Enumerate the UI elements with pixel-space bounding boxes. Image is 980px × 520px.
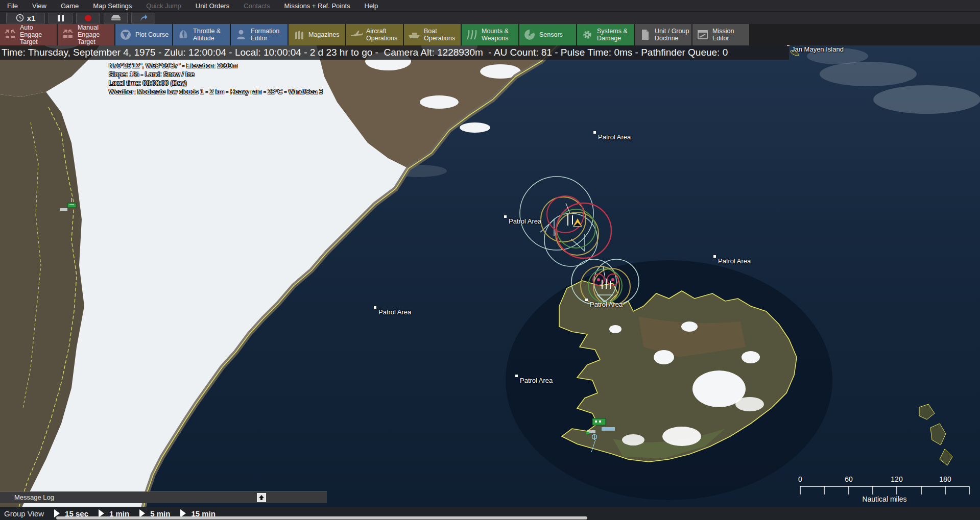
message-log-expand-button[interactable] — [257, 493, 266, 502]
manual-engage-icon — [61, 28, 75, 41]
message-log-title: Message Log — [14, 493, 54, 501]
map-label-patrol-area-1[interactable]: Patrol Area — [598, 133, 631, 141]
menu-file[interactable]: File — [0, 0, 25, 12]
record-button[interactable] — [76, 13, 100, 23]
aircraft-operations-button[interactable]: AircraftOperations — [346, 24, 403, 45]
message-log-bar: Message Log — [0, 491, 327, 503]
map-scale-bar: 0 60 120 180 Nautical miles — [795, 475, 974, 506]
pause-icon — [58, 15, 64, 21]
speed-label: x1 — [27, 14, 36, 22]
cursor-terrain-info: N70°26'12", W53°09'37" - Elevation: 2099… — [109, 61, 323, 96]
menu-missions-ref-points[interactable]: Missions + Ref. Points — [277, 0, 357, 12]
button-label: Auto Engage — [20, 24, 57, 38]
clock-icon — [16, 14, 24, 22]
button-label: Mission — [712, 28, 734, 35]
pause-button[interactable] — [49, 13, 73, 23]
scale-tick-label-0: 0 — [798, 475, 802, 483]
cursor-local-time: Local time: 08:00:00 (Day) — [109, 79, 323, 87]
ribbon-toolbar: Auto EngageTarget ManualEngage Target Pl… — [0, 24, 980, 45]
scale-unit-label: Nautical miles — [862, 495, 906, 503]
menu-help[interactable]: Help — [357, 0, 386, 12]
systems-damage-button[interactable]: Systems &Damage — [577, 24, 634, 45]
menu-contacts: Contacts — [236, 0, 277, 12]
button-label: Sensors — [539, 31, 563, 38]
button-label: Formation — [251, 28, 279, 35]
menu-map-settings[interactable]: Map Settings — [86, 0, 139, 12]
button-label: Weapons — [482, 35, 509, 42]
button-label: Systems & — [597, 28, 628, 35]
cursor-coordinates: N70°26'12", W53°09'37" - Elevation: 2099… — [109, 61, 323, 70]
screenshot-icon — [111, 14, 121, 21]
button-label: Magazines — [308, 31, 339, 38]
auto-engage-target-button[interactable]: Auto EngageTarget — [0, 24, 57, 45]
button-label: Mounts & — [482, 28, 509, 35]
map-label-patrol-area-6[interactable]: Patrol Area — [520, 377, 553, 384]
menu-quick-jump: Quick Jump — [139, 0, 188, 12]
map-label-patrol-area-3[interactable]: Patrol Area — [718, 257, 751, 265]
record-icon — [85, 15, 91, 21]
time-status-bar: Time: Thursday, September 4, 1975 - Zulu… — [0, 45, 789, 60]
group-view-toggle[interactable]: Group View — [4, 509, 44, 518]
scale-tick-label-60: 60 — [845, 475, 853, 483]
button-label: Aircraft — [366, 28, 397, 35]
systems-damage-icon — [581, 28, 594, 41]
screenshot-button[interactable] — [104, 13, 128, 23]
button-label: Engage Target — [78, 31, 114, 45]
map-label-patrol-area-5[interactable]: Patrol Area — [378, 308, 411, 316]
mission-editor-button[interactable]: MissionEditor — [692, 24, 749, 45]
button-label: Doctrine — [655, 35, 689, 42]
scale-tick-label-180: 180 — [939, 475, 951, 483]
button-label: Unit / Group — [655, 28, 689, 35]
plot-course-icon — [119, 28, 132, 41]
menu-game[interactable]: Game — [54, 0, 86, 12]
cursor-weather: Weather: Moderate low clouds 1 - 2 km - … — [109, 87, 323, 96]
boat-operations-button[interactable]: BoatOperations — [404, 24, 461, 45]
throttle-altitude-icon — [177, 28, 190, 41]
mounts-weapons-icon — [465, 28, 479, 41]
map-label-patrol-area-2[interactable]: Patrol Area — [509, 217, 541, 225]
button-label: Operations — [424, 35, 455, 42]
button-label: Plot Course — [135, 31, 169, 38]
game-window: Jan Mayen Island Patrol Area Patrol Area… — [0, 0, 980, 520]
sensors-icon — [523, 28, 536, 41]
cursor-slope-land: Slope: 1% - Land: Snow / Ice — [109, 70, 323, 79]
sensors-button[interactable]: Sensors — [519, 24, 576, 45]
manual-engage-target-button[interactable]: ManualEngage Target — [58, 24, 114, 45]
map-label-jan-mayen[interactable]: Jan Mayen Island — [792, 45, 844, 53]
time-toolbar: x1 — [0, 12, 980, 24]
mission-editor-icon — [696, 28, 709, 41]
button-label: Target — [20, 38, 57, 45]
plot-course-button[interactable]: Plot Course — [115, 24, 172, 45]
menu-unit-orders[interactable]: Unit Orders — [188, 0, 236, 12]
aircraft-operations-icon — [350, 28, 363, 41]
jump-arrow-icon — [139, 14, 148, 22]
horizontal-scrollbar[interactable] — [56, 516, 587, 519]
button-label: Altitude — [193, 35, 221, 42]
time-compression-button[interactable]: x1 — [6, 13, 45, 23]
formation-editor-button[interactable]: FormationEditor — [231, 24, 288, 45]
throttle-altitude-button[interactable]: Throttle &Altitude — [173, 24, 230, 45]
button-label: Operations — [366, 35, 397, 42]
menu-bar: File View Game Map Settings Quick Jump U… — [0, 0, 980, 12]
expand-up-icon — [258, 494, 265, 501]
map-label-patrol-area-4[interactable]: Patrol Area — [590, 301, 623, 308]
menu-view[interactable]: View — [25, 0, 54, 12]
formation-editor-icon — [234, 28, 248, 41]
auto-engage-icon — [4, 28, 17, 41]
scale-tick-label-120: 120 — [891, 475, 902, 483]
button-label: Editor — [251, 35, 279, 42]
magazines-button[interactable]: Magazines — [289, 24, 345, 45]
unit-doctrine-icon — [638, 28, 652, 41]
unit-group-doctrine-button[interactable]: Unit / GroupDoctrine — [635, 24, 691, 45]
button-label: Boat — [424, 28, 455, 35]
button-label: Manual — [78, 24, 114, 31]
magazines-icon — [292, 28, 305, 41]
boat-operations-icon — [408, 28, 421, 41]
jump-to-button[interactable] — [131, 13, 155, 23]
mounts-weapons-button[interactable]: Mounts &Weapons — [462, 24, 518, 45]
button-label: Damage — [597, 35, 628, 42]
button-label: Editor — [712, 35, 734, 42]
button-label: Throttle & — [193, 28, 221, 35]
